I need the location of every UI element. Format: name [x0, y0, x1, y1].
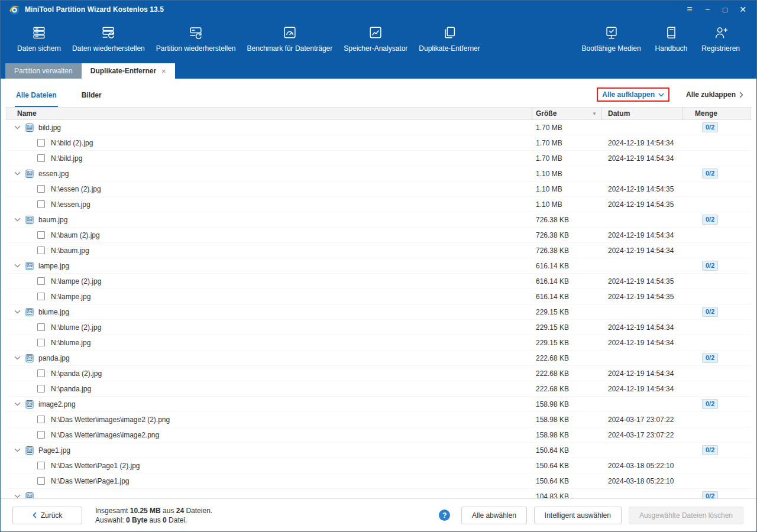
group-row[interactable]: essen.jpg1.10 MB0/2	[6, 166, 751, 181]
collapse-all-link[interactable]: Alle zuklappen	[686, 90, 743, 99]
group-row[interactable]: panda.jpg222.68 KB0/2	[6, 351, 751, 366]
file-checkbox[interactable]	[37, 462, 45, 469]
file-checkbox[interactable]	[37, 416, 45, 423]
chevron-down-icon[interactable]	[14, 171, 21, 176]
chevron-right-icon	[739, 92, 743, 98]
expand-all-link[interactable]: Alle aufklappen	[602, 90, 655, 99]
disk-benchmark-icon	[282, 25, 297, 40]
duplicate-file-row[interactable]: N:\panda.jpg222.68 KB2024-12-19 14:54:34	[6, 381, 751, 397]
column-header-date[interactable]: Datum	[601, 108, 682, 119]
toolbar-item-partition-wiederherstellen[interactable]: Partition wiederherstellen	[156, 25, 236, 53]
group-row[interactable]: lampe.jpg616.14 KB0/2	[6, 258, 751, 274]
toolbar-item-label: Daten wiederherstellen	[72, 44, 145, 53]
group-row[interactable]: 104.83 KB0/2	[6, 489, 751, 498]
duplicate-file-row[interactable]: N:\bild (2).jpg1.70 MB2024-12-19 14:54:3…	[6, 135, 751, 151]
duplicate-file-row[interactable]: N:\Das Wetter\Page1.jpg150.64 KB2024-03-…	[6, 473, 751, 489]
chevron-down-icon[interactable]	[14, 125, 21, 129]
duplicate-file-row[interactable]: N:\baum (2).jpg726.38 KB2024-12-19 14:54…	[6, 228, 751, 243]
help-icon[interactable]: ?	[439, 510, 450, 521]
duplicate-file-row[interactable]: N:\essen (2).jpg1.10 MB2024-12-19 14:54:…	[6, 181, 751, 197]
file-checkbox[interactable]	[37, 477, 45, 485]
close-icon[interactable]: ✕	[735, 2, 750, 17]
file-checkbox[interactable]	[37, 293, 45, 300]
group-row[interactable]: baum.jpg726.38 KB0/2	[6, 212, 751, 228]
group-row[interactable]: image2.png158.98 KB0/2	[6, 397, 751, 412]
file-path: N:\panda (2).jpg	[51, 369, 102, 378]
smart-select-button[interactable]: Intelligent auswählen	[534, 507, 622, 524]
toolbar-item-label: Duplikate-Entferner	[419, 44, 480, 53]
tab-close-icon[interactable]: ×	[161, 67, 166, 75]
group-row[interactable]: blume.jpg229.15 KB0/2	[6, 304, 751, 320]
chevron-down-icon[interactable]	[14, 448, 21, 452]
duplicate-file-row[interactable]: N:\Das Wetter\images\image2 (2).png158.9…	[6, 412, 751, 427]
chevron-down-icon[interactable]	[14, 218, 21, 222]
deselect-all-button[interactable]: Alle abwählen	[461, 507, 527, 524]
toolbar-item-daten-sichern[interactable]: Daten sichern	[17, 25, 61, 53]
data-recovery-icon	[101, 25, 116, 40]
file-path: N:\Das Wetter\images\image2 (2).png	[51, 416, 170, 424]
toolbar-item-bootfaehige-medien[interactable]: Bootfähige Medien	[582, 25, 641, 53]
image-file-icon	[25, 492, 34, 499]
tab-duplikate-entferner[interactable]: Duplikate-Entferner ×	[82, 63, 175, 79]
file-checkbox[interactable]	[37, 385, 45, 392]
column-header-size[interactable]: Größe ▼	[532, 108, 601, 119]
tab-partition-verwalten[interactable]: Partition verwalten	[5, 63, 82, 79]
duplicate-file-row[interactable]: N:\essen.jpg1.10 MB2024-12-19 14:54:35	[6, 197, 751, 212]
selection-summary: Insgesamt 10.25 MB aus 24 Dateien. Auswa…	[95, 506, 212, 525]
toolbar-item-benchmark[interactable]: Benchmark für Datenträger	[247, 25, 333, 53]
duplicate-file-row[interactable]: N:\blume.jpg229.15 KB2024-12-19 14:54:34	[6, 335, 751, 351]
minimize-icon[interactable]: −	[700, 2, 715, 17]
duplicate-file-row[interactable]: N:\bild.jpg1.70 MB2024-12-19 14:54:34	[6, 151, 751, 166]
chevron-down-icon[interactable]	[14, 356, 21, 360]
file-checkbox[interactable]	[37, 246, 45, 254]
subtab-alle-dateien[interactable]: Alle Dateien	[15, 91, 58, 107]
duplicate-file-row[interactable]: N:\lampe.jpg616.14 KB2024-12-19 14:54:35	[6, 289, 751, 304]
column-header-name[interactable]: Name	[7, 108, 532, 119]
file-path: N:\blume (2).jpg	[51, 323, 101, 332]
chevron-down-icon[interactable]	[14, 402, 21, 406]
toolbar-item-handbuch[interactable]: Handbuch	[655, 25, 688, 53]
file-checkbox[interactable]	[37, 339, 45, 346]
file-checkbox[interactable]	[37, 431, 45, 439]
column-header-menge[interactable]: Menge	[682, 108, 750, 119]
sort-arrow-icon[interactable]: ▼	[592, 111, 597, 116]
file-checkbox[interactable]	[37, 323, 45, 331]
menu-icon[interactable]: ≡	[682, 2, 697, 17]
duplicate-file-row[interactable]: N:\blume (2).jpg229.15 KB2024-12-19 14:5…	[6, 320, 751, 335]
file-checkbox[interactable]	[37, 231, 45, 239]
file-checkbox[interactable]	[37, 369, 45, 377]
file-checkbox[interactable]	[37, 185, 45, 193]
toolbar-item-daten-wiederherstellen[interactable]: Daten wiederherstellen	[72, 25, 145, 53]
subtab-bilder[interactable]: Bilder	[80, 91, 103, 107]
duplicate-file-row[interactable]: N:\Das Wetter\images\image2.png158.98 KB…	[6, 427, 751, 443]
duplicate-table: Name Größe ▼ Datum Menge bild.jpg1.70 MB…	[1, 107, 756, 498]
duplicate-file-row[interactable]: N:\Das Wetter\Page1 (2).jpg150.64 KB2024…	[6, 458, 751, 473]
app-window: MiniTool Partition Wizard Kostenlos 13.5…	[0, 0, 757, 532]
file-checkbox[interactable]	[37, 139, 45, 147]
group-row[interactable]: bild.jpg1.70 MB0/2	[6, 120, 751, 135]
file-path: N:\baum (2).jpg	[51, 231, 100, 239]
file-checkbox[interactable]	[37, 277, 45, 285]
duplicate-file-row[interactable]: N:\panda (2).jpg222.68 KB2024-12-19 14:5…	[6, 366, 751, 381]
toolbar-item-speicher-analysator[interactable]: Speicher-Analysator	[344, 25, 407, 53]
delete-selected-button[interactable]: Ausgewählte Dateien löschen	[629, 507, 743, 524]
duplicate-file-row[interactable]: N:\baum.jpg726.38 KB2024-12-19 14:54:34	[6, 243, 751, 258]
duplicate-file-row[interactable]: N:\lampe (2).jpg616.14 KB2024-12-19 14:5…	[6, 274, 751, 289]
chevron-down-icon[interactable]	[14, 264, 21, 268]
group-row[interactable]: Page1.jpg150.64 KB0/2	[6, 443, 751, 458]
group-name: image2.png	[38, 400, 76, 408]
file-size: 616.14 KB	[532, 277, 602, 286]
chevron-down-icon[interactable]	[14, 494, 21, 498]
chevron-down-icon[interactable]	[14, 310, 21, 314]
toolbar-item-duplikate-entferner[interactable]: Duplikate-Entferner	[419, 25, 480, 53]
file-size: 222.68 KB	[532, 369, 602, 378]
file-size: 1.70 MB	[532, 154, 602, 163]
file-path: N:\Das Wetter\Page1 (2).jpg	[51, 462, 140, 470]
toolbar-item-registrieren[interactable]: Registrieren	[701, 25, 740, 53]
file-path: N:\blume.jpg	[51, 339, 90, 347]
file-checkbox[interactable]	[37, 200, 45, 208]
back-button[interactable]: Zurück	[12, 507, 82, 524]
file-size: 150.64 KB	[532, 477, 602, 485]
maximize-icon[interactable]: □	[717, 2, 733, 17]
file-checkbox[interactable]	[37, 154, 45, 162]
